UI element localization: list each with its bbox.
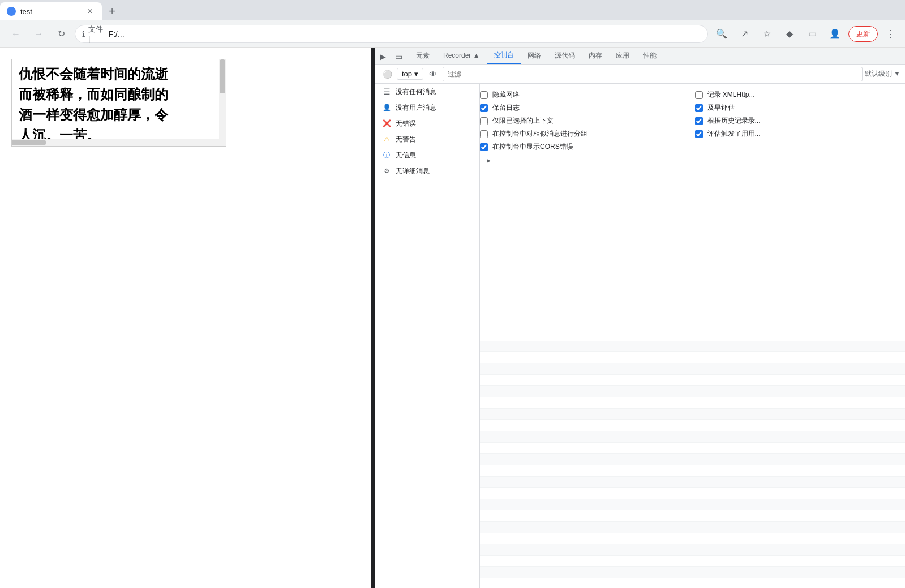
checkbox-group-similar-label: 在控制台中对相似消息进行分组 bbox=[492, 129, 587, 139]
reload-button[interactable]: ↻ bbox=[52, 25, 70, 43]
expand-arrow-button[interactable]: ▸ bbox=[480, 153, 905, 167]
checkbox-selected-context[interactable]: 仅限已选择的上下文 bbox=[480, 114, 690, 127]
log-row-2 bbox=[480, 352, 905, 363]
log-row-12 bbox=[480, 465, 905, 477]
error-icon: ❌ bbox=[382, 119, 391, 128]
forward-button[interactable]: → bbox=[29, 25, 48, 43]
checkbox-hide-network-input[interactable] bbox=[480, 91, 488, 99]
gear-icon: ⚙ bbox=[382, 166, 391, 175]
log-row-8 bbox=[480, 420, 905, 431]
horizontal-scrollbar-thumb[interactable] bbox=[12, 140, 46, 145]
sidebar-item-no-info[interactable]: ⓘ 无信息 bbox=[375, 147, 479, 163]
address-file-label: 文件 | bbox=[88, 24, 106, 43]
chevron-down-icon: ▾ bbox=[414, 70, 418, 78]
checkbox-group-similar[interactable]: 在控制台中对相似消息进行分组 bbox=[480, 127, 690, 140]
share-button[interactable]: ↗ bbox=[735, 25, 753, 43]
checkbox-eval-triggers[interactable]: 评估触发了用用... bbox=[695, 127, 906, 140]
content-area: 仇恨不会随着时间的流逝而被稀释，而如同酿制的酒一样变得愈加醇厚，令人沉。一苦。 … bbox=[0, 48, 905, 588]
zoom-button[interactable]: 🔍 bbox=[713, 25, 731, 43]
sidebar-label-no-errors: 无错误 bbox=[396, 119, 416, 128]
context-dropdown[interactable]: top ▾ bbox=[397, 68, 423, 80]
tab-elements[interactable]: 元素 bbox=[409, 48, 436, 64]
vertical-scrollbar[interactable] bbox=[219, 59, 226, 146]
checkbox-eager-eval-input[interactable] bbox=[695, 104, 703, 112]
warning-icon: ⚠ bbox=[382, 135, 391, 144]
checkbox-preserve-log-label: 保留日志 bbox=[492, 103, 520, 113]
log-row-19 bbox=[480, 544, 905, 556]
checkbox-log-xmlhttp-input[interactable] bbox=[695, 91, 703, 99]
filter-input[interactable] bbox=[443, 67, 863, 81]
log-row-11 bbox=[480, 454, 905, 465]
vertical-scrollbar-thumb[interactable] bbox=[220, 59, 225, 93]
log-row-18 bbox=[480, 533, 905, 544]
checkbox-eager-eval-label: 及早评估 bbox=[707, 103, 735, 113]
more-options-button[interactable]: ⋮ bbox=[882, 26, 898, 42]
log-row-3 bbox=[480, 363, 905, 375]
settings-and-log: 隐藏网络 保留日志 仅限已选择的上下文 bbox=[480, 84, 905, 588]
info-icon: ⓘ bbox=[382, 151, 391, 160]
sidebar-label-no-info: 无信息 bbox=[396, 151, 416, 160]
devtools-tabs: ▶ ▭ 元素 Recorder ▲ 控制台 网络 源代码 内存 应用 性能 bbox=[375, 48, 905, 65]
settings-col-right: 记录 XMLHttp... 及早评估 根据历史记录录... bbox=[695, 88, 906, 153]
log-row-1 bbox=[480, 341, 905, 352]
checkbox-eval-triggers-input[interactable] bbox=[695, 130, 703, 138]
sidebar-label-no-warnings: 无警告 bbox=[396, 135, 416, 144]
checkbox-eager-eval[interactable]: 及早评估 bbox=[695, 101, 906, 114]
devtools-main-content: ☰ 没有任何消息 👤 没有用户消息 ❌ 无错误 ⚠ 无警告 bbox=[375, 84, 905, 588]
checkbox-hide-network[interactable]: 隐藏网络 bbox=[480, 88, 690, 101]
tab-network[interactable]: 网络 bbox=[521, 48, 548, 64]
checkbox-group-similar-input[interactable] bbox=[480, 130, 488, 138]
log-row-10 bbox=[480, 443, 905, 454]
tab-close-button[interactable]: ✕ bbox=[85, 6, 95, 16]
checkbox-history-autocomplete[interactable]: 根据历史记录录... bbox=[695, 114, 906, 127]
sidebar-item-no-errors[interactable]: ❌ 无错误 bbox=[375, 115, 479, 131]
checkbox-history-autocomplete-label: 根据历史记录录... bbox=[707, 116, 761, 126]
checkbox-eval-triggers-label: 评估触发了用用... bbox=[707, 129, 761, 139]
log-row-17 bbox=[480, 522, 905, 533]
sidebar-toggle-button[interactable]: ▭ bbox=[803, 25, 821, 43]
back-button[interactable]: ← bbox=[7, 25, 25, 43]
context-dropdown-label: top bbox=[402, 70, 412, 78]
checkbox-cors-errors-input[interactable] bbox=[480, 143, 488, 151]
tab-application[interactable]: 应用 bbox=[609, 48, 636, 64]
log-row-21 bbox=[480, 567, 905, 578]
tab-title: test bbox=[20, 7, 83, 16]
profile-button[interactable]: 👤 bbox=[826, 25, 844, 43]
devtools-inspect-button[interactable]: ▶ bbox=[375, 49, 390, 64]
checkbox-preserve-log[interactable]: 保留日志 bbox=[480, 101, 690, 114]
address-input[interactable] bbox=[109, 29, 701, 38]
new-tab-button[interactable]: + bbox=[102, 2, 122, 20]
sidebar-item-no-verbose[interactable]: ⚙ 无详细消息 bbox=[375, 163, 479, 179]
bookmark-button[interactable]: ☆ bbox=[758, 25, 776, 43]
sidebar-item-no-user-messages[interactable]: 👤 没有用户消息 bbox=[375, 100, 479, 115]
checkbox-preserve-log-input[interactable] bbox=[480, 104, 488, 112]
devtools-eye-button[interactable]: 👁 bbox=[426, 67, 440, 81]
checkbox-history-autocomplete-input[interactable] bbox=[695, 117, 703, 125]
update-button[interactable]: 更新 bbox=[848, 26, 878, 42]
checkbox-cors-errors-label: 在控制台中显示CORS错误 bbox=[492, 142, 573, 152]
tab-sources[interactable]: 源代码 bbox=[548, 48, 582, 64]
log-row-15 bbox=[480, 499, 905, 510]
sidebar-label-no-verbose: 无详细消息 bbox=[396, 166, 430, 176]
sidebar-item-no-warnings[interactable]: ⚠ 无警告 bbox=[375, 131, 479, 147]
sidebar-item-no-messages[interactable]: ☰ 没有任何消息 bbox=[375, 84, 479, 100]
tab-memory[interactable]: 内存 bbox=[582, 48, 609, 64]
console-log-area bbox=[480, 341, 905, 589]
devtools-device-button[interactable]: ▭ bbox=[391, 49, 406, 64]
checkbox-selected-context-input[interactable] bbox=[480, 117, 488, 125]
tab-performance[interactable]: 性能 bbox=[636, 48, 663, 64]
checkbox-log-xmlhttp[interactable]: 记录 XMLHttp... bbox=[695, 88, 906, 101]
browser-tab[interactable]: test ✕ bbox=[0, 2, 102, 20]
devtools-ban-button[interactable]: ⚪ bbox=[380, 67, 394, 81]
tab-recorder[interactable]: Recorder ▲ bbox=[436, 48, 487, 64]
settings-col-left: 隐藏网络 保留日志 仅限已选择的上下文 bbox=[480, 88, 695, 153]
log-row-9 bbox=[480, 431, 905, 443]
extensions-button[interactable]: ◆ bbox=[780, 25, 799, 43]
default-level-label[interactable]: 默认级别 ▼ bbox=[865, 69, 900, 79]
checkbox-cors-errors[interactable]: 在控制台中显示CORS错误 bbox=[480, 140, 690, 153]
tab-console[interactable]: 控制台 bbox=[487, 48, 521, 64]
log-row-22 bbox=[480, 578, 905, 589]
settings-panel: 隐藏网络 保留日志 仅限已选择的上下文 bbox=[480, 84, 905, 341]
checkbox-hide-network-label: 隐藏网络 bbox=[492, 90, 520, 100]
horizontal-scrollbar[interactable] bbox=[12, 139, 219, 146]
